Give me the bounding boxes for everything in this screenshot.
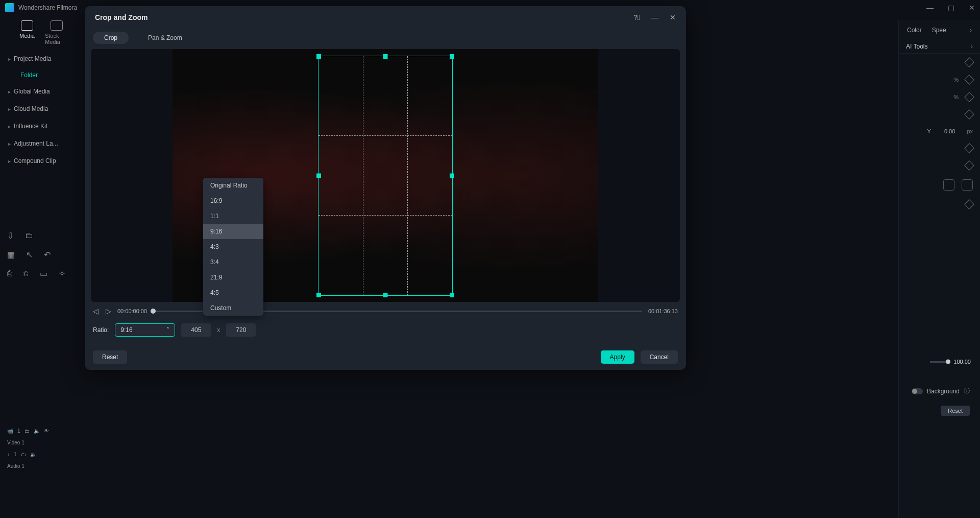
dialog-title: Crop and Zoom <box>95 13 148 21</box>
cursor-icon[interactable]: ↖ <box>26 250 33 260</box>
property-row: % <box>899 71 980 88</box>
video-icon[interactable]: 📹 <box>7 428 13 434</box>
keyframe-icon[interactable] <box>964 75 974 85</box>
tab-pan-zoom[interactable]: Pan & Zoom <box>137 32 193 44</box>
maximize-icon[interactable]: ▢ <box>948 4 954 12</box>
handle-top-right[interactable] <box>450 54 454 59</box>
undo-icon[interactable]: ↶ <box>44 250 51 260</box>
minimize-icon[interactable]: — <box>651 13 658 21</box>
import-icon[interactable]: ⇩ <box>7 231 14 241</box>
tab-speed[interactable]: Spee <box>932 27 946 34</box>
keyframe-icon[interactable] <box>964 57 974 67</box>
info-icon[interactable]: ⓘ <box>964 387 970 395</box>
keyframe-icon[interactable] <box>964 109 974 120</box>
ratio-option-3-4[interactable]: 3:4 <box>203 254 263 270</box>
reset-button[interactable]: Reset <box>93 350 127 364</box>
opacity-slider[interactable] <box>930 361 948 363</box>
ratio-option-21-9[interactable]: 21:9 <box>203 270 263 285</box>
height-input[interactable]: 720 <box>226 323 256 337</box>
tool3-icon[interactable]: ▭ <box>40 269 47 278</box>
ratio-dropdown-menu: Original Ratio 16:9 1:1 9:16 4:3 3:4 21:… <box>203 178 263 316</box>
ratio-option-custom[interactable]: Custom <box>203 300 263 316</box>
close-window-icon[interactable]: ✕ <box>969 4 975 12</box>
sidebar-folder[interactable]: Folder <box>4 67 75 83</box>
keyframe-icon[interactable] <box>964 92 974 102</box>
minimize-icon[interactable]: — <box>926 4 934 12</box>
handle-mid-left[interactable] <box>316 173 321 178</box>
background-toggle[interactable] <box>912 388 923 394</box>
ratio-option-1-1[interactable]: 1:1 <box>203 208 263 224</box>
ratio-option-original[interactable]: Original Ratio <box>203 178 263 193</box>
chevron-right-icon: ▸ <box>8 141 11 147</box>
cancel-button[interactable]: Cancel <box>641 350 678 364</box>
tab-crop[interactable]: Crop <box>93 32 129 44</box>
playback-bar: ◁ ▷ 00:00:00:00 00:01:36:13 <box>85 302 686 320</box>
property-row: % <box>899 88 980 106</box>
reset-properties-button[interactable]: Reset <box>941 406 970 416</box>
audio-icon[interactable]: ♪ <box>7 452 10 457</box>
ratio-select[interactable]: 9:16 ˄ <box>115 323 175 337</box>
folder-icon[interactable]: 🗀 <box>21 452 26 457</box>
handle-bottom-mid[interactable] <box>383 293 388 297</box>
property-row <box>899 139 980 157</box>
timeline-tool-icons: ⇩🗀 ▦↖↶ ⎙⎌▭✧ <box>7 231 65 278</box>
tool1-icon[interactable]: ⎙ <box>7 269 12 278</box>
sidebar-item-compound-clip[interactable]: ▸Compound Clip <box>4 152 75 170</box>
handle-top-mid[interactable] <box>383 54 388 59</box>
ratio-option-4-3[interactable]: 4:3 <box>203 239 263 254</box>
prev-frame-icon[interactable]: ◁ <box>93 307 99 315</box>
crop-zoom-dialog: Crop and Zoom ?⃝ — ✕ Crop Pan & Zoom Ori… <box>85 6 686 370</box>
filmora-logo-icon <box>5 3 14 12</box>
video-track-label: 📹1🗀🔈👁 <box>0 425 71 437</box>
tool4-icon[interactable]: ✧ <box>59 269 65 278</box>
flip-icon[interactable] <box>962 179 973 191</box>
ratio-select-value: 9:16 <box>120 326 132 334</box>
close-icon[interactable]: ✕ <box>670 13 676 21</box>
property-row <box>899 54 980 71</box>
chevron-right-icon[interactable]: › <box>970 27 972 34</box>
mute-icon[interactable]: 🔈 <box>30 452 36 457</box>
play-icon[interactable]: ▷ <box>106 307 111 315</box>
sidebar-item-cloud-media[interactable]: ▸Cloud Media <box>4 100 75 117</box>
apply-button[interactable]: Apply <box>601 350 634 364</box>
ratio-option-4-5[interactable]: 4:5 <box>203 285 263 300</box>
eye-icon[interactable]: 👁 <box>44 428 49 434</box>
handle-bottom-right[interactable] <box>450 293 454 297</box>
keyframe-icon[interactable] <box>964 143 974 153</box>
time-total: 00:01:36:13 <box>648 308 678 314</box>
tool2-icon[interactable]: ⎌ <box>23 269 29 278</box>
ratio-option-16-9[interactable]: 16:9 <box>203 193 263 208</box>
progress-thumb[interactable] <box>151 309 156 314</box>
chevron-right-icon: ▸ <box>8 89 11 95</box>
chevron-right-icon[interactable]: › <box>971 43 973 50</box>
chevron-right-icon: ▸ <box>8 158 11 164</box>
crop-icon[interactable] <box>943 179 954 191</box>
sidebar-item-project-media[interactable]: ▸Project Media <box>4 50 75 67</box>
handle-mid-right[interactable] <box>450 173 454 178</box>
ai-tools-label[interactable]: AI Tools <box>906 43 927 50</box>
width-input[interactable]: 405 <box>181 323 211 337</box>
ratio-option-9-16[interactable]: 9:16 <box>203 224 263 239</box>
sidebar-item-influence-kit[interactable]: ▸Influence Kit <box>4 117 75 135</box>
handle-bottom-left[interactable] <box>316 293 321 297</box>
sidebar-item-adjustment-layer[interactable]: ▸Adjustment La... <box>4 135 75 152</box>
chevron-right-icon: ▸ <box>8 124 11 129</box>
tab-stock-media[interactable]: Stock Media <box>45 20 68 45</box>
chevron-up-icon: ˄ <box>166 326 169 334</box>
keyframe-icon[interactable] <box>964 199 974 209</box>
tab-media[interactable]: Media <box>19 20 35 45</box>
help-icon[interactable]: ?⃝ <box>633 13 640 21</box>
opacity-value: 100.00 <box>953 359 971 365</box>
grid-icon[interactable]: ▦ <box>7 250 15 260</box>
keyframe-icon[interactable] <box>964 160 974 171</box>
tab-color[interactable]: Color <box>907 27 922 34</box>
crop-preview[interactable] <box>91 49 680 302</box>
handle-top-left[interactable] <box>316 54 321 59</box>
crop-box[interactable] <box>318 56 453 296</box>
crop-subtabs: Crop Pan & Zoom <box>85 29 686 47</box>
mute-icon[interactable]: 🔈 <box>34 428 40 434</box>
sidebar-item-global-media[interactable]: ▸Global Media <box>4 83 75 100</box>
new-folder-icon[interactable]: 🗀 <box>25 231 33 241</box>
background-row: Background ⓘ <box>912 387 970 395</box>
folder-icon[interactable]: 🗀 <box>24 428 30 434</box>
